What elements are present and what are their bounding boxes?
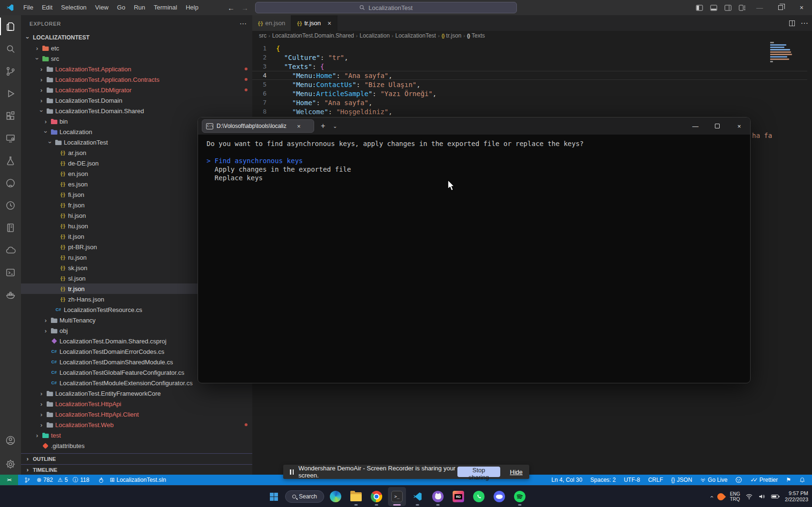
extensions-activity-icon[interactable] — [0, 105, 21, 127]
cursor-position-status[interactable]: Ln 4, Col 30 — [552, 477, 583, 483]
taskbar-search[interactable]: Search — [285, 490, 324, 503]
breadcrumb-item[interactable]: LocalizationTest.Domain.Shared — [272, 32, 354, 39]
tree-item-localizationtest.dbmigrator[interactable]: ›LocalizationTest.DbMigrator — [21, 85, 252, 95]
problems-status[interactable]: ⊗782 ⚠5 ⓘ118 — [37, 476, 92, 484]
window-close-button[interactable]: × — [791, 0, 812, 15]
go-live-status[interactable]: Go Live — [700, 477, 727, 483]
prettier-status[interactable]: ✓✓Prettier — [750, 477, 778, 483]
feedback-icon[interactable]: ⚑ — [786, 477, 791, 483]
source-control-status-icon[interactable] — [24, 477, 30, 483]
command-center-search[interactable]: LocalizationTest — [255, 2, 517, 13]
terminal-tab[interactable]: C:\ D:\Volosoft\abp\tools\localiz × — [202, 119, 314, 133]
customize-layout-icon[interactable] — [735, 0, 749, 15]
cloud-activity-icon[interactable] — [0, 239, 21, 261]
tree-item-src[interactable]: ›src — [21, 53, 252, 64]
taskbar-edge[interactable] — [327, 487, 345, 506]
tab-tr-json[interactable]: {·} tr.json × — [291, 15, 337, 31]
terminal-title-bar[interactable]: C:\ D:\Volosoft\abp\tools\localiz × + ⌄ … — [198, 117, 750, 135]
tree-item-localizationtest.domain[interactable]: ›LocalizationTest.Domain — [21, 95, 252, 106]
taskbar-vscode[interactable] — [408, 487, 426, 506]
notebooks-activity-icon[interactable] — [0, 216, 21, 239]
terminal-tab-close-icon[interactable]: × — [297, 123, 301, 130]
toggle-secondary-sidebar-icon[interactable] — [721, 0, 735, 15]
window-minimize-button[interactable]: — — [749, 0, 770, 15]
terminal-minimize-button[interactable]: — — [684, 117, 706, 135]
remote-explorer-activity-icon[interactable] — [0, 127, 21, 149]
account-activity-icon[interactable] — [0, 430, 21, 451]
settings-activity-icon[interactable] — [0, 454, 21, 475]
eol-status[interactable]: CRLF — [648, 477, 663, 483]
breadcrumb-item[interactable]: src — [259, 32, 267, 39]
terminal-maximize-button[interactable] — [706, 117, 728, 135]
tree-item-localizationtest.httpapi.client[interactable]: ›LocalizationTest.HttpApi.Client — [21, 409, 252, 419]
notifications-bell-icon[interactable] — [799, 477, 805, 483]
menu-help[interactable]: Help — [181, 0, 203, 15]
testing-activity-icon[interactable] — [0, 149, 21, 172]
docker-activity-icon[interactable] — [0, 283, 21, 306]
explorer-activity-icon[interactable] — [0, 15, 21, 38]
terminal-option-2[interactable]: Apply changes in the exported file — [207, 165, 742, 174]
code-line-5[interactable]: 5 "Menu:ContactUs": "Bize Ulaşın", — [252, 80, 812, 89]
tree-item-localizationtest.web[interactable]: ›LocalizationTest.Web — [21, 419, 252, 430]
demoair-tray-icon[interactable] — [716, 491, 726, 501]
breadcrumb-item[interactable]: LocalizationTest — [396, 32, 436, 39]
breadcrumb-item[interactable]: Texts — [472, 32, 485, 39]
breadcrumb[interactable]: src›LocalizationTest.Domain.Shared›Local… — [252, 31, 812, 40]
tab-en-json[interactable]: {·} en.json — [252, 15, 291, 31]
source-control-activity-icon[interactable] — [0, 60, 21, 82]
tree-item-localizationtest.application[interactable]: ›LocalizationTest.Application — [21, 64, 252, 74]
tree-item-test[interactable]: ›test — [21, 430, 252, 440]
solution-status[interactable]: ⊞ LocalizationTest.sln — [110, 477, 166, 483]
menu-selection[interactable]: Selection — [57, 0, 90, 15]
wifi-icon[interactable] — [745, 493, 753, 500]
tree-item-etc[interactable]: ›etc — [21, 43, 252, 53]
volume-icon[interactable] — [758, 493, 766, 500]
stop-sharing-button[interactable]: Stop sharing — [457, 467, 501, 477]
taskbar-chrome[interactable] — [367, 487, 386, 506]
run-debug-activity-icon[interactable] — [0, 82, 21, 105]
minimap[interactable] — [770, 42, 794, 63]
code-line-1[interactable]: 1{ — [252, 44, 812, 53]
flame-icon[interactable] — [99, 477, 104, 483]
gitlens-activity-icon[interactable] — [0, 194, 21, 216]
code-line-3[interactable]: 3 "Texts": { — [252, 62, 812, 71]
code-line-7[interactable]: 7 "Home": "Ana sayfa", — [252, 98, 812, 107]
hide-link[interactable]: Hide — [510, 468, 523, 476]
terminal-close-button[interactable]: × — [728, 117, 750, 135]
code-line-8[interactable]: 8 "Welcome": "Hoşgeldiniz", — [252, 107, 812, 116]
code-line-4[interactable]: 4 "Menu:Home": "Ana sayfa", — [252, 71, 812, 80]
search-activity-icon[interactable] — [0, 38, 21, 60]
terminal-content[interactable]: Do you want to find asynchronous keys, a… — [198, 135, 750, 187]
taskbar-discord[interactable] — [490, 487, 508, 506]
code-line-6[interactable]: 6 "Menu:ArticleSample": "Yazı Örneği", — [252, 89, 812, 98]
tab-close-icon[interactable]: × — [327, 20, 331, 27]
split-editor-icon[interactable] — [789, 20, 795, 26]
menu-run[interactable]: Run — [129, 0, 149, 15]
toggle-panel-icon[interactable] — [706, 0, 721, 15]
tree-root-localizationtest[interactable]: › LOCALIZATIONTEST — [21, 32, 252, 43]
taskbar-file-explorer[interactable] — [347, 487, 365, 506]
breadcrumb-item[interactable]: tr.json — [446, 32, 461, 39]
tree-item-localizationtest.application.contracts[interactable]: ›LocalizationTest.Application.Contracts — [21, 74, 252, 85]
menu-go[interactable]: Go — [113, 0, 129, 15]
code-line-2[interactable]: 2 "Culture": "tr", — [252, 53, 812, 62]
terminal-activity-icon[interactable] — [0, 261, 21, 283]
tray-hidden-icons-chevron[interactable]: › — [708, 496, 715, 497]
language-indicator[interactable]: ENGTRQ — [730, 491, 740, 502]
menu-file[interactable]: File — [19, 0, 38, 15]
outline-section-header[interactable]: › OUTLINE — [21, 453, 252, 464]
nav-forward-icon[interactable]: → — [241, 4, 248, 12]
window-restore-button[interactable] — [770, 0, 791, 15]
github-activity-icon[interactable] — [0, 172, 21, 194]
language-mode-status[interactable]: {}JSON — [671, 477, 692, 483]
nav-back-icon[interactable]: ← — [228, 4, 235, 12]
tray-clock[interactable]: 9:57 PM 2/22/2023 — [785, 490, 808, 503]
menu-terminal[interactable]: Terminal — [149, 0, 181, 15]
taskbar-rider[interactable]: RD — [449, 487, 467, 506]
taskbar-whatsapp[interactable] — [470, 487, 488, 506]
terminal-option-3[interactable]: Replace keys — [207, 174, 742, 182]
taskbar-github-desktop[interactable] — [429, 487, 447, 506]
terminal-new-tab-icon[interactable]: + — [321, 122, 325, 130]
menu-edit[interactable]: Edit — [38, 0, 57, 15]
terminal-option-1[interactable]: > Find asynchronous keys — [207, 156, 742, 165]
